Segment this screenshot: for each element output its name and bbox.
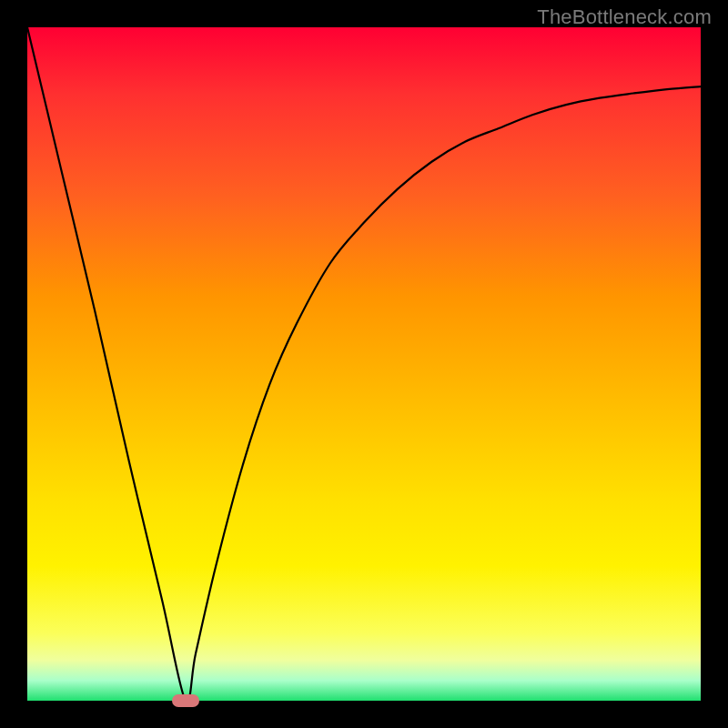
chart-frame: TheBottleneck.com — [0, 0, 728, 728]
optimal-point-marker — [172, 694, 199, 707]
plot-area — [27, 27, 701, 701]
curve-path — [27, 27, 701, 701]
attribution-label: TheBottleneck.com — [537, 5, 712, 29]
bottleneck-curve — [27, 27, 701, 701]
